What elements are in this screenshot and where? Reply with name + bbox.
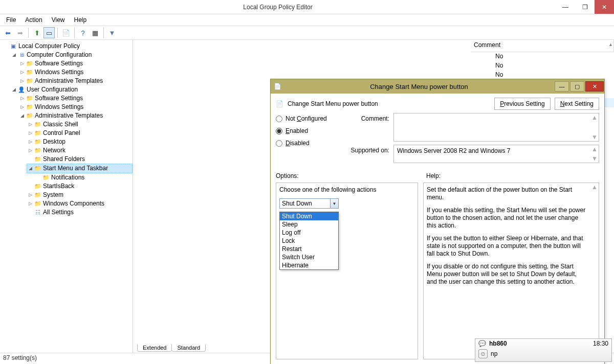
menu-file[interactable]: File [3,15,19,25]
scroll-up-icon[interactable]: ▲ [608,42,613,47]
chevron-down-icon[interactable]: ▼ [330,199,338,208]
list-header: Comment ▲ [471,40,614,52]
previous-setting-button[interactable]: Previous Setting [494,98,550,110]
list-cell[interactable]: No [491,61,614,71]
folder-icon: 📁 [26,112,33,120]
tree-cc-software[interactable]: Software Settings [35,59,83,68]
tree-cc-windows[interactable]: Windows Settings [35,68,83,77]
dropdown-option[interactable]: Switch User [280,253,338,261]
supported-label: Supported on: [342,145,389,154]
up-icon[interactable]: ⬆ [31,27,42,38]
choose-action-label: Choose one of the following actions [279,186,414,193]
radio-enabled[interactable]: Enabled [276,127,332,134]
scroll-up-icon[interactable]: ▲ [591,184,598,191]
tree-network[interactable]: Network [43,146,65,155]
dialog-title: Change Start Menu power button [284,83,554,90]
scroll-down-icon[interactable]: ▼ [591,133,598,141]
folder-icon: 📁 [26,78,33,85]
radio-disabled[interactable]: Disabled [276,140,332,147]
tree-all-settings[interactable]: All Settings [43,208,74,217]
folder-icon: 📁 [34,147,41,154]
dropdown-option[interactable]: Lock [280,237,338,245]
filter-icon[interactable]: ▼ [106,27,118,38]
comment-field[interactable]: ▲▼ [393,113,599,142]
tree-root[interactable]: Local Computer Policy [18,42,80,51]
title-bar: Local Group Policy Editor — ❐ ✕ [0,0,614,14]
tree-pane: ▣Local Computer Policy ◢🖥Computer Config… [0,40,133,353]
policy-name: Change Start Menu power button [288,100,490,107]
chat-time: 18:30 [593,340,608,347]
scroll-up-icon[interactable]: ▲ [591,114,598,121]
dropdown-option[interactable]: Shut Down [280,212,338,220]
dropdown-option[interactable]: Log off [280,229,338,237]
tree-control-panel[interactable]: Control Panel [43,129,80,138]
maximize-button[interactable]: ❐ [575,0,595,14]
tab-extended[interactable]: Extended [137,344,172,352]
tree-system[interactable]: System [43,191,63,199]
dialog-maximize-button[interactable]: ▢ [570,81,584,92]
list-cell[interactable]: No [491,52,614,61]
folder-icon: 📁 [26,69,33,76]
chat-message: np [491,350,497,357]
tree-uc-admin[interactable]: Administrative Templates [35,111,103,120]
tree-uc-windows[interactable]: Windows Settings [35,103,83,111]
properties-icon[interactable]: 📄 [60,27,72,38]
folder-icon: 📁 [34,200,41,208]
help-icon[interactable]: ? [77,27,89,38]
content-pane: Comment ▲ NoNoNoNoNoNoNoNoNoNoNoNoNoNoNo… [133,40,614,353]
options-icon[interactable]: ▦ [90,27,101,38]
folder-icon: 📁 [26,60,33,67]
toolbar: ⬅ ➡ ⬆ ▭ 📄 ? ▦ ▼ [0,26,614,40]
supported-field: Windows Server 2008 R2 and Windows 7 ▲▼ [393,145,599,163]
folder-icon: 📁 [34,121,41,128]
options-pane: Choose one of the following actions Shut… [276,183,418,359]
tree-classic-shell[interactable]: Classic Shell [43,120,78,129]
help-text-4: If you disable or do not configure this … [427,263,596,286]
forward-icon[interactable]: ➡ [14,27,26,38]
folder-icon: 📁 [34,192,41,199]
folder-icon: 📁 [34,165,41,172]
close-button[interactable]: ✕ [595,0,614,14]
dialog-title-bar: 📄 Change Start Menu power button — ▢ ✕ [271,79,604,94]
tree-uc-software[interactable]: Software Settings [35,94,83,103]
radio-not-configured[interactable]: Not Configured [276,115,332,122]
tab-standard[interactable]: Standard [171,344,206,352]
chat-notification[interactable]: 💬 hb860 18:30 ☺ np [475,338,612,362]
help-text-1: Set the default action of the power butt… [427,186,596,201]
menu-help[interactable]: Help [71,15,90,25]
help-text-3: If you set the button to either Sleep or… [427,235,596,258]
dropdown-option[interactable]: Restart [280,245,338,253]
show-hide-tree-icon[interactable]: ▭ [43,27,55,38]
policy-root-icon: ▣ [10,43,17,50]
scroll-down-icon[interactable]: ▼ [591,155,598,162]
next-setting-button[interactable]: Next Setting [555,98,599,110]
dropdown-option[interactable]: Sleep [280,220,338,229]
window-title: Local Group Policy Editor [0,4,556,11]
tree-notifications[interactable]: Notifications [51,173,84,182]
scroll-up-icon[interactable]: ▲ [591,146,598,153]
tree-desktop[interactable]: Desktop [43,138,65,146]
menu-action[interactable]: Action [22,15,45,25]
action-combo[interactable]: Shut Down ▼ [279,198,339,209]
minimize-button[interactable]: — [556,0,575,14]
tree-start-menu-taskbar[interactable]: Start Menu and Taskbar [43,164,108,173]
tree-user-config[interactable]: User Configuration [27,85,78,94]
dialog-minimize-button[interactable]: — [555,81,569,92]
help-pane: ▲▼ Set the default action of the power b… [423,183,599,359]
column-comment[interactable]: Comment [471,40,614,52]
folder-icon: 📁 [26,95,33,102]
tree-cc-admin[interactable]: Administrative Templates [35,77,103,85]
policy-badge-icon: 📄 [276,100,283,107]
dropdown-option[interactable]: Hibernate [280,261,338,269]
menu-view[interactable]: View [49,15,68,25]
dialog-close-button[interactable]: ✕ [585,81,604,92]
tree-windows-components[interactable]: Windows Components [43,199,104,208]
help-label: Help: [426,172,441,179]
tree-startisback[interactable]: StartIsBack [43,182,74,191]
action-dropdown[interactable]: Shut DownSleepLog offLockRestartSwitch U… [279,212,339,270]
combo-value: Shut Down [282,200,312,207]
tree-shared-folders[interactable]: Shared Folders [43,155,85,164]
options-label: Options: [276,172,416,179]
back-icon[interactable]: ⬅ [2,27,13,38]
tree-computer-config[interactable]: Computer Configuration [27,51,92,59]
